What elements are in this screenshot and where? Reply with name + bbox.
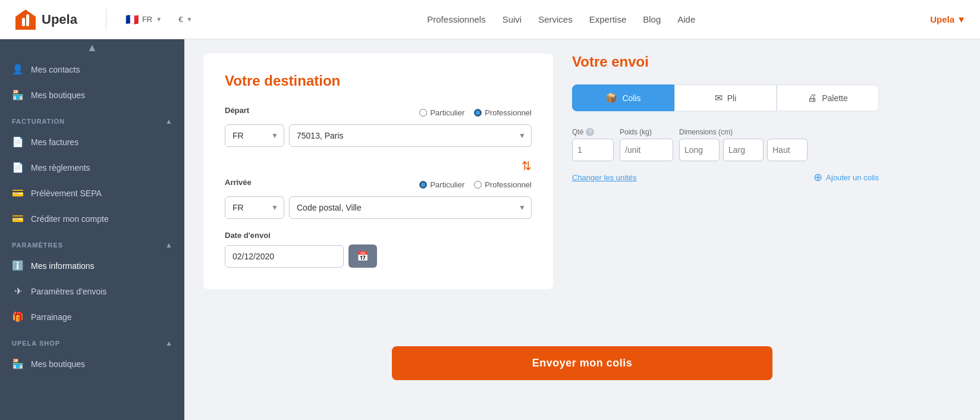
sidebar-item-contacts-label: Mes contacts [31,65,80,74]
section-parametres-label: PARAMÈTRES [12,242,63,249]
arrivee-radio-particulier[interactable]: Particulier [419,180,464,189]
tab-pli[interactable]: ✉ Pli [674,84,777,111]
qty-info-icon[interactable]: ? [586,128,594,136]
nav-link-expertise[interactable]: Expertise [589,14,627,24]
factures-icon: 📄 [12,136,24,148]
arrivee-particulier-input[interactable] [419,181,427,189]
depart-label: Départ [225,106,249,115]
depart-city-select[interactable]: 75013, Paris [289,124,532,147]
depart-particulier-input[interactable] [419,109,427,117]
tab-colis[interactable]: 📦 Colis [572,84,674,111]
nav-link-aide[interactable]: Aide [677,14,695,24]
arrivee-professionnel-input[interactable] [474,181,482,189]
sidebar-item-factures-label: Mes factures [31,137,78,147]
nav-link-services[interactable]: Services [538,14,573,24]
sidebar-item-parrainage[interactable]: 🎁 Parrainage [0,304,184,330]
tab-pli-label: Pli [727,93,737,103]
main-content: Votre destination Départ Particulier Pro… [184,39,980,420]
date-section: Date d'envoi 📅 [225,231,532,268]
depart-professionnel-input[interactable] [474,109,482,117]
sidebar-item-informations[interactable]: ℹ️ Mes informations [0,253,184,278]
sidebar: ▲ 👤 Mes contacts 🏪 Mes boutiques FACTURA… [0,39,184,420]
user-label: Upela [930,14,954,24]
section-facturation-label: FACTURATION [12,118,65,125]
depart-radio-row: Particulier Professionnel [419,108,532,117]
informations-icon: ℹ️ [12,260,24,271]
swap-icon[interactable]: ⇅ [225,159,532,173]
bottom-bar: Envoyer mon colis [184,337,980,390]
nav-link-suivi[interactable]: Suivi [502,14,522,24]
date-picker-button[interactable]: 📅 [348,245,377,268]
depart-particulier-label: Particulier [430,108,464,117]
currency-label: € [178,15,183,24]
qty-input[interactable] [572,139,614,161]
sidebar-item-boutiques-bottom-label: Mes boutiques [31,359,85,369]
shop-chevron-icon: ▲ [165,339,172,347]
add-colis-button[interactable]: ⊕ Ajouter un colis [813,171,879,184]
sidebar-item-credit-label: Créditer mon compte [31,214,109,224]
facturation-chevron-icon: ▲ [165,117,172,126]
arrivee-country-wrap: FR ▼ [225,196,284,219]
user-menu[interactable]: Upela ▼ [930,14,966,24]
depart-professionnel-label: Professionnel [485,108,532,117]
section-facturation-header[interactable]: FACTURATION ▲ [0,108,184,129]
currency-selector[interactable]: € ▼ [178,15,192,24]
credit-icon: 💳 [12,213,24,224]
sidebar-item-envois[interactable]: ✈ Paramètres d'envois [0,278,184,304]
arrivee-city-wrap: Code postal, Ville ▼ [289,196,532,219]
tab-palette-label: Palette [822,93,848,103]
sidebar-item-boutiques-bottom[interactable]: 🏪 Mes boutiques [0,351,184,377]
sidebar-item-credit[interactable]: 💳 Créditer mon compte [0,206,184,231]
svg-rect-2 [26,14,29,26]
lang-selector[interactable]: 🇫🇷 FR ▼ [125,13,162,26]
sidebar-item-reglements[interactable]: 📄 Mes règlements [0,155,184,180]
arrivee-country-select[interactable]: FR [225,196,284,219]
sidebar-item-sepa[interactable]: 💳 Prélèvement SEPA [0,180,184,206]
envoi-actions-row: Changer les unités ⊕ Ajouter un colis [572,171,879,184]
units-link[interactable]: Changer les unités [572,173,636,182]
depart-country-select[interactable]: FR [225,124,284,147]
sidebar-item-informations-label: Mes informations [31,261,95,271]
sidebar-item-factures[interactable]: 📄 Mes factures [0,129,184,155]
svg-rect-1 [22,18,25,26]
destination-card: Votre destination Départ Particulier Pro… [203,54,553,289]
depart-radio-particulier[interactable]: Particulier [419,108,464,117]
tab-colis-label: Colis [622,93,640,103]
envoi-title: Votre envoi [572,54,879,70]
haut-input[interactable] [767,139,808,161]
envoi-card: Votre envoi 📦 Colis ✉ Pli 🖨 [572,54,879,184]
palette-icon: 🖨 [808,93,817,104]
larg-input[interactable] [723,139,764,161]
topnav: Upela 🇫🇷 FR ▼ € ▼ Professionnels Suivi S… [0,0,980,39]
destination-title: Votre destination [225,73,532,89]
arrivee-radio-professionnel[interactable]: Professionnel [474,180,532,189]
user-chevron-icon: ▼ [957,14,966,24]
type-tabs: 📦 Colis ✉ Pli 🖨 Palette [572,84,879,111]
contacts-icon: 👤 [12,64,24,75]
date-input[interactable] [225,245,344,268]
logo-text: Upela [42,12,77,27]
sidebar-item-boutiques-top[interactable]: 🏪 Mes boutiques [0,82,184,108]
logo[interactable]: Upela [14,8,77,31]
section-parametres-header[interactable]: PARAMÈTRES ▲ [0,231,184,253]
qty-group: Qté ? [572,128,614,161]
sidebar-item-contacts[interactable]: 👤 Mes contacts [0,57,184,82]
arrivee-city-select[interactable]: Code postal, Ville [289,196,532,219]
arrivee-professionnel-label: Professionnel [485,180,532,189]
poids-group: Poids (kg) [620,128,673,161]
long-input[interactable] [679,139,720,161]
send-button[interactable]: Envoyer mon colis [392,346,772,380]
nav-link-blog[interactable]: Blog [643,14,661,24]
svg-marker-0 [15,10,36,30]
depart-city-wrap: 75013, Paris ▼ [289,124,532,147]
flag-icon: 🇫🇷 [125,13,139,26]
depart-radio-professionnel[interactable]: Professionnel [474,108,532,117]
arrivee-particulier-label: Particulier [430,180,464,189]
tab-palette[interactable]: 🖨 Palette [777,84,879,111]
layout: ▲ 👤 Mes contacts 🏪 Mes boutiques FACTURA… [0,39,980,420]
scroll-up-indicator: ▲ [0,39,184,57]
nav-link-professionnels[interactable]: Professionnels [427,14,485,24]
section-shop-header[interactable]: UPELA SHOP ▲ [0,330,184,351]
poids-input[interactable] [620,139,673,161]
sidebar-item-sepa-label: Prélèvement SEPA [31,189,102,198]
